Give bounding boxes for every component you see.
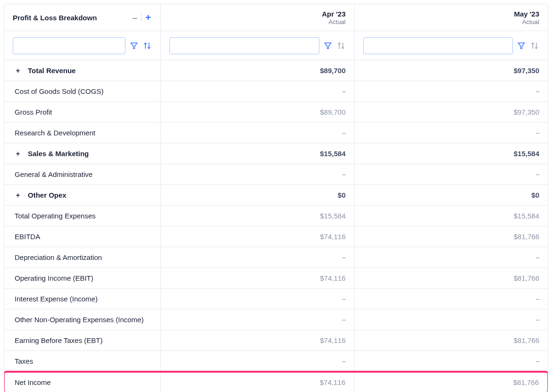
period-label: May '23 bbox=[514, 10, 539, 18]
value-search-input[interactable] bbox=[363, 37, 513, 54]
row-value: -- bbox=[342, 357, 346, 365]
row-value-cell[interactable]: $97,350 bbox=[355, 102, 548, 122]
row-value-cell[interactable]: -- bbox=[161, 81, 355, 101]
pl-breakdown-table: Profit & Loss Breakdown – + Apr '23 Actu… bbox=[4, 4, 548, 392]
row-label-cell: Net Income bbox=[4, 372, 161, 392]
row-value-cell[interactable]: $15,584 bbox=[355, 206, 548, 226]
row-value: $0 bbox=[338, 191, 346, 199]
row-label: Other Non-Operating Expenses (Income) bbox=[15, 316, 143, 324]
row-value-cell[interactable]: $81,766 bbox=[354, 372, 548, 392]
sort-icon[interactable] bbox=[530, 41, 539, 50]
row-value-cell[interactable]: $15,584 bbox=[161, 206, 355, 226]
row-value: $74,116 bbox=[320, 274, 345, 282]
filter-cell-labels bbox=[4, 31, 161, 60]
table-row: General & Administrative---- bbox=[4, 164, 548, 185]
row-value: -- bbox=[342, 87, 346, 95]
row-value-cell[interactable]: $15,584 bbox=[161, 143, 355, 164]
row-value-cell[interactable]: $81,766 bbox=[355, 226, 548, 247]
table-row: Other Opex$0$0 bbox=[4, 185, 548, 206]
row-value: $81,766 bbox=[513, 378, 539, 386]
collapse-all-button[interactable]: – bbox=[131, 12, 138, 23]
filter-cell-period-1 bbox=[355, 31, 548, 60]
table-row: Cost of Goods Sold (COGS)---- bbox=[4, 81, 548, 102]
row-value-cell[interactable]: -- bbox=[161, 351, 355, 371]
row-value-cell[interactable]: -- bbox=[355, 123, 548, 143]
period-label: Apr '23 bbox=[322, 10, 345, 18]
row-value-cell[interactable]: $81,766 bbox=[355, 268, 548, 288]
row-value-cell[interactable]: -- bbox=[161, 247, 355, 267]
row-label: Total Revenue bbox=[28, 67, 75, 75]
row-label-cell: Earning Before Taxes (EBT) bbox=[4, 330, 161, 350]
row-value: $15,584 bbox=[320, 212, 345, 220]
row-value-cell[interactable]: $74,116 bbox=[161, 268, 355, 288]
row-value-cell[interactable]: $89,700 bbox=[161, 60, 355, 81]
row-label: Interest Expense (Income) bbox=[15, 295, 98, 303]
row-value: $15,584 bbox=[514, 150, 539, 158]
row-value-cell[interactable]: -- bbox=[355, 351, 548, 371]
row-label-cell: Operating Income (EBIT) bbox=[4, 268, 161, 288]
row-value: -- bbox=[342, 170, 346, 178]
expand-all-button[interactable]: + bbox=[144, 12, 152, 23]
table-row: Sales & Marketing$15,584$15,584 bbox=[4, 143, 548, 164]
label-search-input[interactable] bbox=[13, 37, 125, 54]
table-body: Total Revenue$89,700$97,350Cost of Goods… bbox=[4, 60, 548, 392]
row-value-cell[interactable]: $89,700 bbox=[161, 102, 355, 122]
row-value-cell[interactable]: -- bbox=[355, 81, 548, 101]
expand-icon[interactable] bbox=[15, 192, 21, 199]
svg-marker-2 bbox=[518, 43, 525, 49]
filter-icon[interactable] bbox=[323, 41, 333, 50]
row-label: Depreciation & Amortization bbox=[15, 253, 102, 261]
row-label: Earning Before Taxes (EBT) bbox=[15, 336, 102, 344]
filter-icon[interactable] bbox=[517, 41, 526, 50]
row-label-cell: Cost of Goods Sold (COGS) bbox=[4, 81, 161, 101]
period-sub: Actual bbox=[328, 18, 345, 25]
row-value-cell[interactable]: $15,584 bbox=[355, 143, 548, 164]
row-value-cell[interactable]: -- bbox=[161, 309, 355, 330]
row-value: $89,700 bbox=[320, 108, 345, 116]
row-value-cell[interactable]: -- bbox=[355, 309, 548, 330]
row-value-cell[interactable]: -- bbox=[161, 289, 355, 309]
row-value-cell[interactable]: $97,350 bbox=[355, 60, 548, 81]
row-value-cell[interactable]: $0 bbox=[355, 185, 548, 205]
sort-icon[interactable] bbox=[336, 41, 346, 50]
row-label-cell: Interest Expense (Income) bbox=[4, 289, 161, 309]
value-search-input[interactable] bbox=[169, 37, 319, 54]
period-header-0[interactable]: Apr '23 Actual bbox=[161, 4, 355, 31]
row-value: $74,116 bbox=[320, 233, 345, 241]
row-value: $81,766 bbox=[514, 336, 539, 344]
header-actions: – + bbox=[131, 12, 152, 23]
table-row: Total Revenue$89,700$97,350 bbox=[4, 60, 548, 81]
row-label-cell: Total Operating Expenses bbox=[4, 206, 161, 226]
row-label: Gross Profit bbox=[15, 108, 52, 116]
svg-marker-1 bbox=[325, 43, 331, 49]
svg-marker-0 bbox=[131, 43, 137, 49]
row-label: Net Income bbox=[15, 378, 51, 386]
row-value-cell[interactable]: -- bbox=[161, 123, 355, 143]
row-value-cell[interactable]: $74,116 bbox=[161, 330, 355, 350]
row-value: -- bbox=[342, 129, 346, 137]
row-value: $74,116 bbox=[320, 336, 345, 344]
row-value: -- bbox=[535, 316, 539, 324]
row-value: $97,350 bbox=[514, 108, 539, 116]
row-value-cell[interactable]: -- bbox=[355, 164, 548, 184]
row-value-cell[interactable]: -- bbox=[355, 289, 548, 309]
table-header-row: Profit & Loss Breakdown – + Apr '23 Actu… bbox=[4, 4, 548, 31]
row-value-cell[interactable]: $0 bbox=[161, 185, 355, 205]
expand-icon[interactable] bbox=[15, 150, 21, 157]
period-header-1[interactable]: May '23 Actual bbox=[355, 4, 548, 31]
divider bbox=[141, 13, 142, 22]
row-value: -- bbox=[535, 87, 539, 95]
table-row: Earning Before Taxes (EBT)$74,116$81,766 bbox=[4, 330, 548, 351]
row-value-cell[interactable]: -- bbox=[355, 247, 548, 267]
table-row: Depreciation & Amortization---- bbox=[4, 247, 548, 268]
filter-icon[interactable] bbox=[129, 41, 139, 50]
filter-cell-period-0 bbox=[161, 31, 355, 60]
row-label: Total Operating Expenses bbox=[15, 212, 96, 220]
sort-icon[interactable] bbox=[142, 41, 152, 50]
expand-icon[interactable] bbox=[15, 67, 21, 74]
row-value-cell[interactable]: $74,116 bbox=[161, 226, 355, 247]
row-value-cell[interactable]: $74,116 bbox=[161, 372, 354, 392]
row-value-cell[interactable]: $81,766 bbox=[355, 330, 548, 350]
row-value-cell[interactable]: -- bbox=[161, 164, 355, 184]
row-label-cell: Gross Profit bbox=[4, 102, 161, 122]
